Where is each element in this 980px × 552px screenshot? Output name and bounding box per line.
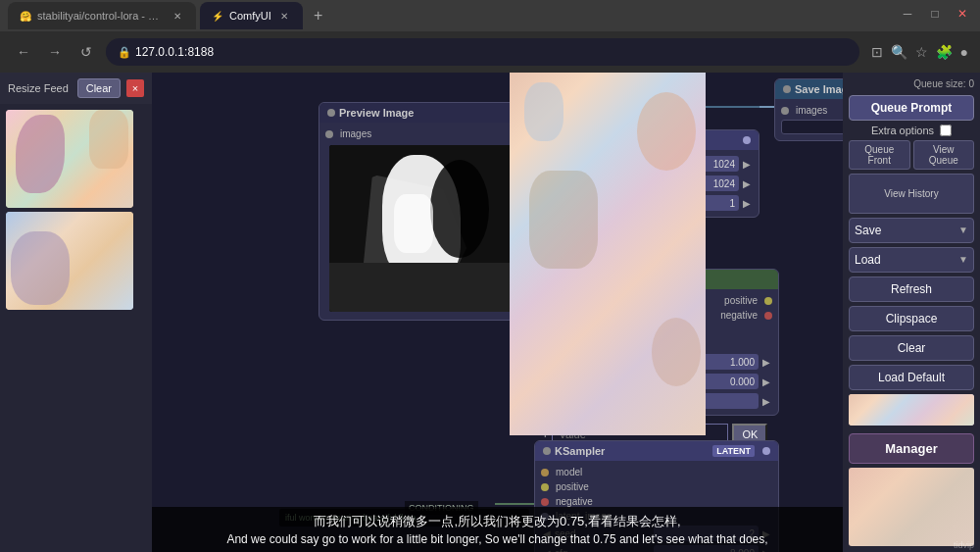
load-default-button[interactable]: Load Default [849, 365, 974, 390]
ksampler-positive-row: positive [541, 479, 772, 494]
save-button[interactable]: Save ▼ [849, 218, 974, 243]
save-images-row: images [781, 103, 843, 118]
ksampler-negative-port [541, 498, 549, 506]
extra-options-label: Extra options [871, 125, 934, 136]
ksampler-title: KSampler [555, 445, 605, 457]
save-arrow: ▼ [958, 225, 968, 235]
maximize-button[interactable]: □ [925, 4, 945, 24]
extra-options-row: Extra options [849, 125, 974, 136]
minimize-button[interactable]: ─ [898, 4, 917, 24]
back-button[interactable]: ← [12, 40, 35, 64]
preview-canvas [329, 145, 514, 312]
sidebar-header: Resize Feed Clear × [0, 73, 152, 104]
save-node-body: images [775, 99, 843, 140]
tab-active-label: ComfyUI [229, 10, 271, 22]
preview-images-label: images [340, 128, 371, 139]
ksampler-model-port [541, 469, 549, 477]
preview-images-row: images [325, 126, 508, 141]
manager-button[interactable]: Manager [849, 433, 974, 464]
sidebar-images [0, 104, 152, 316]
refresh-button[interactable]: Refresh [849, 276, 974, 302]
strength-inc[interactable]: ▶ [760, 357, 772, 368]
tab-inactive-label: stabilityai/control-lora - Hugging Face [37, 10, 165, 22]
height-inc-btn[interactable]: ▶ [741, 178, 753, 189]
queue-size-label: Queue size: 0 [913, 78, 974, 89]
close-window-button[interactable]: ✕ [953, 4, 972, 24]
save-node-header: Save Image [775, 79, 843, 99]
bookmark-icon[interactable]: ☆ [915, 44, 928, 60]
save-dot [783, 85, 791, 93]
queue-prompt-button[interactable]: Queue Prompt [849, 95, 974, 121]
sidebar-image-1 [6, 110, 133, 208]
preview-image-node[interactable]: Preview Image images [318, 102, 514, 321]
ksampler-model-row: model [541, 465, 772, 479]
ksampler-badge: LATENT [712, 445, 755, 457]
profile-icon[interactable]: ● [960, 44, 968, 60]
right-panel: Queue size: 0 Queue Prompt Extra options… [843, 73, 980, 552]
canvas-area[interactable]: Preview Image images [152, 73, 843, 552]
load-arrow: ▼ [958, 254, 968, 265]
ksampler-output-port [762, 447, 770, 455]
load-label: Load [855, 253, 881, 267]
load-button[interactable]: Load ▼ [849, 247, 974, 273]
clear-button-panel[interactable]: Clear [849, 335, 974, 361]
view-history-button[interactable]: View History [849, 174, 974, 214]
queue-front-button[interactable]: Queue Front [849, 140, 910, 170]
ksampler-dot [543, 447, 551, 455]
right-image-small [849, 468, 974, 546]
ksampler-header: KSampler LATENT [535, 441, 778, 461]
clipspace-button[interactable]: Clipspace [849, 306, 974, 331]
watermark: tidvip [954, 540, 974, 550]
right-images [849, 394, 974, 427]
clear-button[interactable]: Clear [77, 78, 121, 98]
address-icons: ⊡ 🔍 ☆ 🧩 ● [871, 44, 968, 60]
end-inc[interactable]: ▶ [760, 396, 772, 407]
start-inc[interactable]: ▶ [760, 376, 772, 387]
save-label: Save [855, 224, 881, 237]
url-field[interactable]: 🔒 127.0.0.1:8188 [106, 38, 859, 66]
address-bar: ← → ↺ 🔒 127.0.0.1:8188 ⊡ 🔍 ☆ 🧩 ● [0, 31, 980, 73]
resize-feed-label: Resize Feed [8, 82, 72, 94]
preview-node-header: Preview Image [319, 103, 514, 123]
filename-prefix-input[interactable] [781, 120, 843, 134]
ctrl-negative-out [764, 312, 772, 320]
search-icon[interactable]: 🔍 [891, 44, 907, 60]
subtitle-bar: 而我们可以说稍微多一点,所以我们将更改为0.75,看看结果会怎样, And we… [152, 507, 843, 552]
save-title: Save Image [795, 83, 843, 95]
new-tab-button[interactable]: + [307, 4, 330, 27]
ctrl-positive-out [764, 297, 772, 305]
preview-title: Preview Image [339, 107, 414, 119]
right-main-image [510, 73, 706, 435]
latent-output-port [743, 136, 751, 144]
tab-close-active[interactable]: ✕ [277, 9, 291, 23]
preview-images-port [325, 130, 333, 138]
queue-view-buttons: Queue Front View Queue [849, 140, 974, 170]
batch-inc-btn[interactable]: ▶ [741, 198, 753, 209]
subtitle-english: And we could say go to work for a little… [160, 532, 835, 546]
save-image-node[interactable]: Save Image images [774, 78, 843, 141]
subtitle-chinese: 而我们可以说稍微多一点,所以我们将更改为0.75,看看结果会怎样, [160, 513, 835, 530]
tab-inactive[interactable]: 🤗 stabilityai/control-lora - Hugging Fac… [8, 2, 196, 29]
save-filename-row [781, 118, 843, 136]
cast-icon[interactable]: ⊡ [871, 44, 883, 60]
reload-button[interactable]: ↺ [74, 40, 98, 64]
width-inc-btn[interactable]: ▶ [741, 159, 753, 170]
save-images-label: images [796, 105, 827, 116]
tab-bar: 🤗 stabilityai/control-lora - Hugging Fac… [0, 0, 980, 31]
queue-size: Queue size: 0 [849, 78, 974, 89]
browser-chrome: 🤗 stabilityai/control-lora - Hugging Fac… [0, 0, 980, 73]
sidebar-image-2 [6, 212, 133, 310]
extensions-icon[interactable]: 🧩 [936, 44, 953, 60]
save-images-port [781, 107, 789, 115]
view-queue-button[interactable]: View Queue [913, 140, 975, 170]
preview-node-body: images [319, 123, 514, 320]
right-image-main [849, 394, 974, 427]
close-sidebar-button[interactable]: × [126, 79, 144, 97]
left-sidebar: Resize Feed Clear × [0, 73, 152, 552]
extra-options-checkbox[interactable] [940, 125, 952, 136]
ksampler-positive-port [541, 483, 549, 491]
forward-button[interactable]: → [43, 40, 67, 64]
tab-active[interactable]: ⚡ ComfyUI ✕ [200, 2, 303, 29]
preview-dot [327, 109, 335, 117]
tab-close-inactive[interactable]: ✕ [171, 9, 184, 23]
